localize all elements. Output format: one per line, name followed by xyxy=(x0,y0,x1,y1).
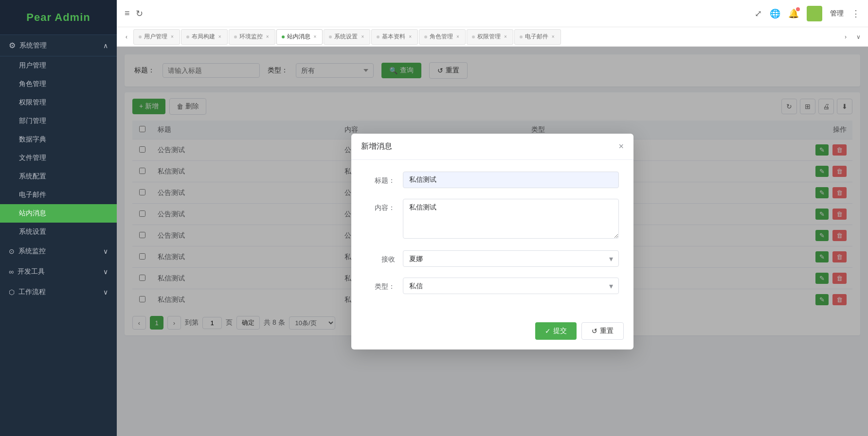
tab-dot xyxy=(520,35,523,38)
main-area: ≡ ↻ ⤢ 🌐 🔔 管理 ⋮ ‹ 用户管理 × 布局构建 × xyxy=(117,0,868,436)
tab-dot xyxy=(329,35,332,38)
check-icon: ✓ xyxy=(545,327,551,335)
sidebar-item-perm-mgmt[interactable]: 权限管理 xyxy=(0,93,117,112)
sidebar-group-workflow[interactable]: ⬡ 工作流程 ∨ xyxy=(0,282,117,302)
sidebar-item-user-mgmt[interactable]: 用户管理 xyxy=(0,56,117,75)
workflow-icon: ⬡ xyxy=(9,288,15,296)
tab-close-btn[interactable]: × xyxy=(551,35,556,39)
app-logo: Pear Admin xyxy=(0,0,117,35)
admin-label: 管理 xyxy=(830,9,844,18)
tab-basic-info[interactable]: 基本资料 × xyxy=(371,29,418,45)
tab-prev-btn[interactable]: ‹ xyxy=(121,31,132,43)
form-title-input[interactable] xyxy=(403,172,619,188)
form-type-select[interactable]: 私信 公告 xyxy=(403,278,619,294)
chevron-down-icon: ∨ xyxy=(103,247,108,255)
tab-dot xyxy=(186,35,189,38)
monitor-icon: ⊙ xyxy=(9,247,15,255)
globe-icon[interactable]: 🌐 xyxy=(770,8,780,19)
sidebar-item-sys-settings[interactable]: 系统设置 xyxy=(0,223,117,241)
header: ≡ ↻ ⤢ 🌐 🔔 管理 ⋮ xyxy=(117,0,868,27)
tab-dot xyxy=(472,35,475,38)
tab-close-btn[interactable]: × xyxy=(503,35,508,39)
chevron-down-icon-2: ∨ xyxy=(103,268,108,276)
modal-footer: ✓ 提交 ↺ 重置 xyxy=(351,316,633,349)
sidebar-group-monitor[interactable]: ⊙ 系统监控 ∨ xyxy=(0,241,117,262)
form-content-textarea[interactable]: 私信测试 xyxy=(403,199,619,239)
form-receive-label: 接收 xyxy=(366,250,395,268)
tab-close-btn[interactable]: × xyxy=(265,35,270,39)
chevron-up-icon: ∧ xyxy=(103,42,108,50)
modal-submit-btn[interactable]: ✓ 提交 xyxy=(535,322,577,340)
sidebar-item-dept-mgmt[interactable]: 部门管理 xyxy=(0,112,117,130)
header-right: ⤢ 🌐 🔔 管理 ⋮ xyxy=(755,6,860,21)
tab-env-monitor[interactable]: 环境监控 × xyxy=(229,29,275,45)
tab-dot xyxy=(139,35,142,38)
workflow-label: 工作流程 xyxy=(18,288,46,296)
form-row-content: 内容： 私信测试 xyxy=(366,199,619,241)
sidebar-group-system: ⚙ 系统管理 ∧ 用户管理 角色管理 权限管理 部门管理 数据字典 文件管理 系… xyxy=(0,35,117,241)
tab-dot xyxy=(424,35,427,38)
modal-header: 新增消息 × xyxy=(351,134,633,160)
tab-dot xyxy=(377,35,380,38)
menu-toggle-icon[interactable]: ≡ xyxy=(125,8,130,18)
sidebar-item-messages[interactable]: 站内消息 xyxy=(0,204,117,223)
sidebar-item-sys-config[interactable]: 系统配置 xyxy=(0,167,117,186)
sidebar-group-dev-tools[interactable]: ∞ 开发工具 ∨ xyxy=(0,262,117,282)
form-title-label: 标题： xyxy=(366,172,395,189)
form-type-label: 类型： xyxy=(366,278,395,295)
tab-close-btn[interactable]: × xyxy=(313,35,318,39)
tab-perm-mgmt[interactable]: 权限管理 × xyxy=(467,29,513,45)
form-row-receive: 接收 夏娜 xyxy=(366,250,619,268)
tab-layout[interactable]: 布局构建 × xyxy=(181,29,228,45)
avatar[interactable] xyxy=(807,6,822,21)
tabs-bar: ‹ 用户管理 × 布局构建 × 环境监控 × 站内消息 × 系统设置 × xyxy=(117,27,868,47)
reset-icon-2: ↺ xyxy=(592,327,597,335)
tab-close-btn[interactable]: × xyxy=(408,35,413,39)
form-content-label: 内容： xyxy=(366,199,395,216)
tab-close-btn[interactable]: × xyxy=(455,35,460,39)
form-receive-select[interactable]: 夏娜 xyxy=(403,250,619,267)
tab-next-btn[interactable]: › xyxy=(840,31,851,43)
sidebar: Pear Admin ⚙ 系统管理 ∧ 用户管理 角色管理 权限管理 部门管理 … xyxy=(0,0,117,436)
modal-dialog: 新增消息 × 标题： 内容： 私信测试 xyxy=(351,134,633,349)
notification-dot xyxy=(796,7,800,11)
modal-close-btn[interactable]: × xyxy=(618,142,624,151)
notification-wrapper: 🔔 xyxy=(788,8,799,19)
form-row-type: 类型： 私信 公告 xyxy=(366,278,619,295)
modal-body: 标题： 内容： 私信测试 接收 xyxy=(351,160,633,316)
page-content: 标题： 类型： 所有 公告 私信 🔍 查询 ↺ 重置 xyxy=(117,47,868,436)
tab-close-btn[interactable]: × xyxy=(217,35,222,39)
more-icon[interactable]: ⋮ xyxy=(851,8,860,19)
dev-tools-icon: ∞ xyxy=(9,268,14,276)
sidebar-item-data-dict[interactable]: 数据字典 xyxy=(0,130,117,149)
tab-messages[interactable]: 站内消息 × xyxy=(276,29,323,45)
tab-email[interactable]: 电子邮件 × xyxy=(514,29,561,45)
modal-overlay: 新增消息 × 标题： 内容： 私信测试 xyxy=(117,47,868,436)
fullscreen-icon[interactable]: ⤢ xyxy=(755,8,762,19)
tab-dropdown-btn[interactable]: ∨ xyxy=(852,31,864,43)
tab-sys-settings[interactable]: 系统设置 × xyxy=(324,29,370,45)
tab-close-btn[interactable]: × xyxy=(360,35,365,39)
tab-role-mgmt[interactable]: 角色管理 × xyxy=(419,29,466,45)
sidebar-item-email[interactable]: 电子邮件 xyxy=(0,186,117,204)
monitor-label: 系统监控 xyxy=(18,247,46,256)
form-row-title: 标题： xyxy=(366,172,619,189)
system-management-label: 系统管理 xyxy=(19,41,47,50)
gear-icon: ⚙ xyxy=(9,41,16,50)
sidebar-item-role-mgmt[interactable]: 角色管理 xyxy=(0,75,117,93)
tab-dot-active xyxy=(282,35,285,38)
modal-title: 新增消息 xyxy=(361,141,392,152)
modal-reset-btn[interactable]: ↺ 重置 xyxy=(581,322,624,340)
sidebar-group-system-header[interactable]: ⚙ 系统管理 ∧ xyxy=(0,35,117,56)
app-title: Pear Admin xyxy=(26,11,90,24)
chevron-down-icon-3: ∨ xyxy=(103,288,108,296)
tab-dot xyxy=(234,35,237,38)
dev-tools-label: 开发工具 xyxy=(18,267,45,276)
tab-close-btn[interactable]: × xyxy=(170,35,175,39)
tab-user-mgmt[interactable]: 用户管理 × xyxy=(133,29,180,45)
sidebar-item-file-mgmt[interactable]: 文件管理 xyxy=(0,149,117,167)
refresh-icon[interactable]: ↻ xyxy=(136,8,143,19)
